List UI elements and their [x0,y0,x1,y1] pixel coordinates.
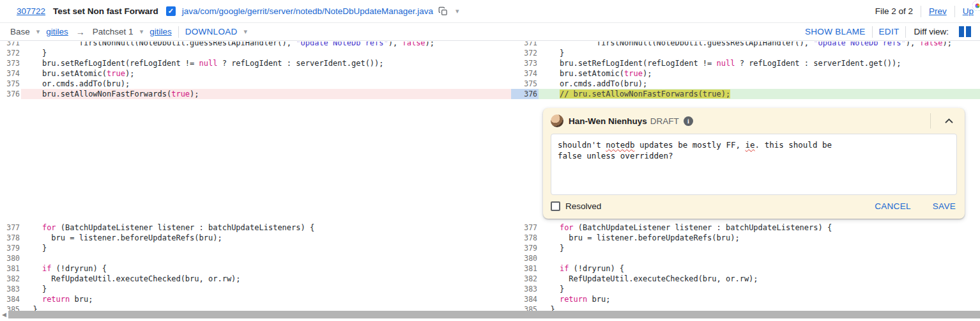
code-line[interactable]: return bru; [21,294,511,304]
line-number[interactable]: 375 [0,79,21,89]
comment-text-misspelled: ie [746,140,755,150]
file-dropdown-icon[interactable]: ▾ [456,7,459,15]
code-line[interactable]: } [539,243,980,253]
prev-file-button[interactable]: Prev [929,6,947,16]
edit-button[interactable]: EDIT [879,27,900,36]
line-number[interactable]: 373 [511,58,539,68]
diff-row: 375 or.cmds.addTo(bru); [0,79,511,89]
code-line[interactable]: firstNonNull(NoteDbUtil.guessRestApiHand… [539,42,980,48]
diff-row: 376 // bru.setAllowNonFastForwards(true)… [511,89,980,99]
arrow-icon: → [75,27,86,37]
line-number[interactable]: 379 [0,243,21,253]
file-counter: File 2 of 2 [875,6,913,16]
code-line[interactable]: bru.setAllowNonFastForwards(true); [21,89,511,99]
code-line[interactable]: bru.setAtomic(true); [21,68,511,79]
show-blame-button[interactable]: SHOW BLAME [805,27,866,36]
line-number[interactable]: 377 [511,223,539,233]
code-line[interactable]: return bru; [539,294,980,304]
save-button[interactable]: SAVE [933,201,956,211]
code-line[interactable]: if (!dryrun) { [21,263,511,274]
line-number[interactable]: 372 [0,48,21,58]
line-number[interactable]: 380 [511,253,539,263]
line-number[interactable]: 384 [511,294,539,304]
line-number[interactable]: 384 [0,294,21,304]
download-dropdown-icon[interactable]: ▾ [244,27,248,36]
side-by-side-icon[interactable] [959,26,971,37]
line-number[interactable]: 373 [0,58,21,68]
change-number-link[interactable]: 307722 [17,6,45,16]
code-line[interactable]: // bru.setAllowNonFastForwards(true); [539,89,980,99]
line-number[interactable]: 376 [511,89,539,99]
comment-author: Han-Wen Nienhuys [569,116,647,126]
file-path-link[interactable]: java/com/google/gerrit/server/notedb/Not… [182,6,433,16]
line-number[interactable]: 385 [0,304,21,311]
code-line[interactable]: bru = listener.beforeUpdateRefs(bru); [539,233,980,243]
line-number[interactable]: 371 [0,42,21,48]
code-line[interactable] [539,253,980,263]
code-line[interactable]: } [539,48,980,58]
line-number[interactable]: 374 [0,68,21,79]
horizontal-scrollbar[interactable]: ◀ [0,311,980,320]
download-button[interactable]: DOWNLOAD [185,27,238,36]
comment-footer: Resolved CANCEL SAVE [543,195,965,219]
line-number[interactable]: 378 [511,233,539,243]
diff-row: 381 if (!dryrun) { [0,263,511,274]
code-line[interactable]: bru.setRefLogIdent(refLogIdent != null ?… [21,58,511,68]
line-number[interactable]: 383 [511,284,539,294]
line-number[interactable]: 376 [0,89,21,99]
code-line[interactable]: RefUpdateUtil.executeChecked(bru, or.rw)… [539,274,980,284]
resolved-checkbox[interactable] [551,201,560,211]
line-number[interactable]: 381 [511,263,539,274]
resolved-label: Resolved [565,201,601,211]
up-button[interactable]: Up [963,6,974,16]
code-line[interactable]: } [539,304,980,311]
line-number[interactable]: 379 [511,243,539,253]
file-reviewed-checkbox[interactable]: ✓ [166,6,176,16]
code-line[interactable]: } [539,284,980,294]
line-number[interactable]: 385 [511,304,539,311]
diff-row: 380 [511,253,980,263]
code-line[interactable]: } [21,304,511,311]
code-line[interactable]: if (!dryrun) { [539,263,980,274]
line-number[interactable]: 371 [511,42,539,48]
code-line[interactable] [21,253,511,263]
line-number[interactable]: 378 [0,233,21,243]
code-line[interactable]: or.cmds.addTo(bru); [539,79,980,89]
code-line[interactable]: } [21,284,511,294]
line-number[interactable]: 375 [511,79,539,89]
scroll-left-arrow-icon[interactable]: ◀ [0,311,8,318]
code-line[interactable]: for (BatchUpdateListener listener : batc… [539,223,980,233]
line-number[interactable]: 372 [511,48,539,58]
scrollbar-thumb[interactable] [8,311,980,318]
base-selector[interactable]: Base [10,27,30,36]
line-number[interactable]: 383 [0,284,21,294]
line-number[interactable]: 377 [0,223,21,233]
line-number[interactable]: 374 [511,68,539,79]
line-number[interactable]: 380 [0,253,21,263]
line-number[interactable]: 382 [0,274,21,284]
copy-icon[interactable] [438,6,448,16]
code-line[interactable]: RefUpdateUtil.executeChecked(bru, or.rw)… [21,274,511,284]
collapse-chevron-icon[interactable] [940,118,958,123]
patchset-selector[interactable]: Patchset 1 [93,27,134,36]
gitiles-link-patchset[interactable]: gitiles [149,27,172,36]
code-line[interactable]: } [21,243,511,253]
cancel-button[interactable]: CANCEL [875,201,911,211]
code-line[interactable]: } [21,48,511,58]
patchset-dropdown-icon[interactable]: ▾ [140,27,144,36]
comment-gap [0,99,511,223]
line-number[interactable]: 381 [0,263,21,274]
code-line[interactable]: bru = listener.beforeUpdateRefs(bru); [21,233,511,243]
code-line[interactable]: firstNonNull(NoteDbUtil.guessRestApiHand… [21,42,511,48]
code-line[interactable]: for (BatchUpdateListener listener : batc… [21,223,511,233]
comment-textarea[interactable]: shouldn't notedb updates be mostly FF, i… [551,134,957,195]
code-line[interactable]: bru.setRefLogIdent(refLogIdent != null ?… [539,58,980,68]
code-line[interactable]: or.cmds.addTo(bru); [21,79,511,89]
file-header: 307722 Test set Non fast Forward ✓ java/… [0,0,980,23]
line-number[interactable]: 382 [511,274,539,284]
code-line[interactable]: bru.setAtomic(true); [539,68,980,79]
diff-row: 381 if (!dryrun) { [511,263,980,274]
gitiles-link-base[interactable]: gitiles [46,27,68,36]
info-icon[interactable]: i [684,116,693,126]
base-dropdown-icon[interactable]: ▾ [36,27,40,36]
